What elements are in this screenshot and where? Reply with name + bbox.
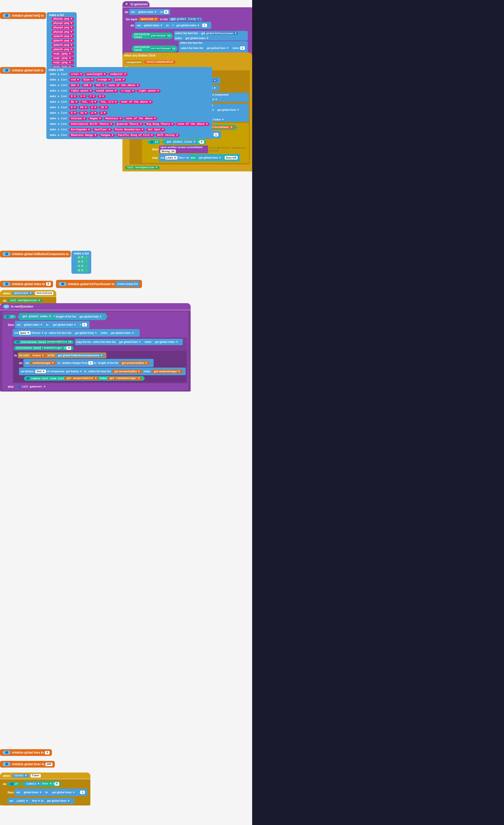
listq-item-9: esq1.jpeg ▼ [52,52,74,56]
gameover-label: to gameover [131,3,148,6]
listq-item-3: physq3.png ▼ [52,26,74,29]
section-clock: when Clock1 ▼ Timer do 🔵 if Label1 ▼ Tex… [0,772,90,806]
section-lives: 🔵 initialize global lives to 3 [0,749,52,756]
listq-item-2: physq2.png ▼ [52,21,74,25]
listq-item-11: esq3.jpeg ▼ [52,61,74,64]
listq-item-8: q4math.png ▼ [52,48,74,51]
btn-item-b: b ▼ [76,260,88,264]
when-label: when any Button Click [124,54,155,57]
section-index-listYourAnswer: 🔵 initialize global index to 0 🔵 initial… [0,280,142,288]
listq-item-10: esq2.jpeg ▼ [52,57,74,60]
listq-item-7: q3math.png ▼ [52,44,74,47]
section-listQ: 🔵 initialize global listQ to make a list… [0,12,77,70]
section-listButtonComponents: 🔵 initialize global listButtonComponents… [0,251,91,274]
gameover-icon: ⚙ [124,2,129,6]
listq-item-4: physq4.png ▼ [52,30,74,34]
scratch-canvas: ⚙ to gameover do set global index ▼ to 0… [0,0,252,825]
section-nextQuestion: ⚙ to nextQuestion 🔵 if get global index … [0,303,191,391]
btn-item-d: d ▼ [76,269,88,272]
section-timer: 🔵 initialize global timer to 200 [0,761,55,767]
btn-item-a: a ▼ [76,256,88,259]
listq-item-5: q1math.png ▼ [52,35,74,38]
section-listA: 🔵 initialize global listA to make a list… [0,67,212,139]
listq-item-6: q2math.png ▼ [52,39,74,43]
section-when-questions: when questions ▼ Initialize do call next… [0,290,56,304]
btn-item-C: C ▼ [76,265,88,268]
listq-item-1: physq1.png ▼ [52,17,74,21]
